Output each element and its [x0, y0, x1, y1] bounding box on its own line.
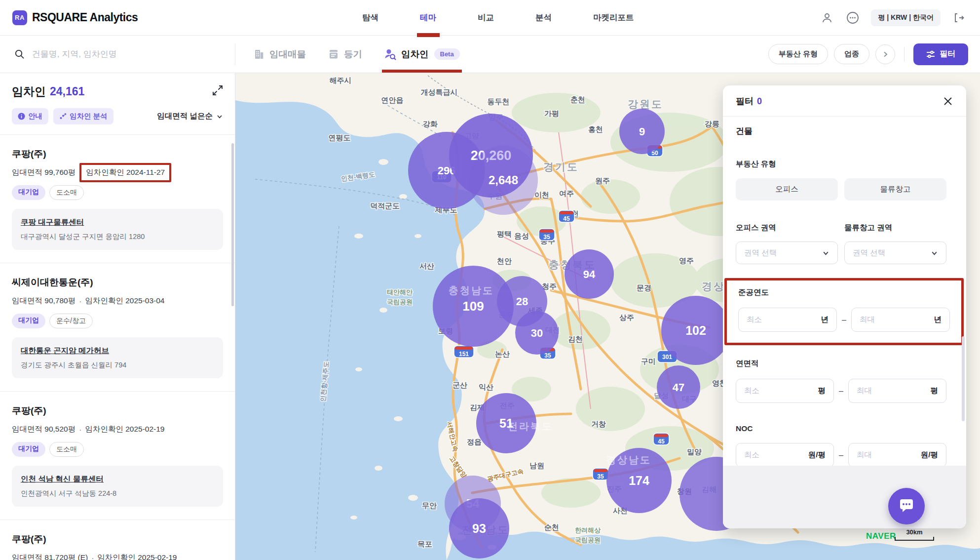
map-label-city: 음성 [514, 232, 529, 240]
map-label-park: 태안해안 [387, 288, 413, 296]
panel-footer [723, 466, 966, 528]
brand[interactable]: RA RSQUARE Analytics [0, 10, 235, 25]
noc-max-placeholder: 최대 [857, 450, 872, 460]
property-type-buttons: 오피스 물류창고 [736, 178, 946, 200]
map-label-city: 가평 [544, 109, 559, 118]
profile-icon[interactable] [820, 10, 834, 25]
building-link[interactable]: 쿠팡 대구물류센터 [21, 217, 214, 228]
gfa-max-input[interactable]: 최대 평 [848, 379, 946, 403]
tenant-confirm-date: 임차인확인 2024-11-27 [86, 168, 165, 176]
building-card[interactable]: 쿠팡 대구물류센터 대구광역시 달성군 구지면 응암리 1280 [12, 209, 223, 250]
close-icon[interactable] [942, 96, 953, 107]
expand-panel-icon[interactable] [212, 85, 223, 98]
tenant-meta: 임대면적 99,760평 임차인확인 2024-11-27 [12, 167, 223, 178]
tab-lease-listings[interactable]: 임대매물 [253, 36, 306, 73]
building-icon [253, 48, 265, 60]
map-label-city: 연안읍 [381, 96, 404, 104]
building-link[interactable]: 대한통운 곤지암 메가허브 [21, 346, 214, 356]
sidebar-scrollbar[interactable] [231, 143, 234, 306]
nav-active-underline [417, 33, 440, 37]
building-address: 인천광역시 서구 석남동 224-8 [21, 489, 214, 498]
gfa-range: 최소 평 – 최대 평 [736, 379, 946, 403]
header-actions: 평 | KRW | 한국어 [820, 9, 980, 26]
tenant-name: 씨제이대한통운(주) [12, 276, 223, 289]
map-label-city: 상주 [619, 313, 634, 321]
tenant-list-item[interactable]: 쿠팡(주) 임대면적 99,760평 임차인확인 2024-11-27 대기업 … [0, 134, 235, 263]
info-badge[interactable]: 안내 [12, 108, 48, 124]
map-cluster[interactable]: 47 [657, 365, 700, 409]
map-label-alight: 경상남도 [606, 454, 651, 465]
map-cluster[interactable]: 102 [661, 296, 730, 365]
nav-explore[interactable]: 탐색 [341, 0, 399, 35]
building-card[interactable]: 인천 석남 혁신 물류센터 인천광역시 서구 석남동 224-8 [12, 466, 223, 507]
svg-text:45: 45 [563, 215, 570, 222]
tenant-list-item[interactable]: 쿠팡(주) 임대면적 90,520평 · 임차인확인 2025-02-19 대기… [0, 391, 235, 520]
noc-unit: 원/평 [921, 450, 938, 460]
nav-market-report[interactable]: 마켓리포트 [572, 0, 655, 35]
gfa-min-input[interactable]: 최소 평 [736, 379, 834, 403]
annotation-box-completion-year: 준공연도 최소 년 – 최대 년 [724, 278, 964, 345]
chat-button[interactable] [888, 488, 925, 524]
nav-analysis[interactable]: 분석 [515, 0, 572, 35]
search-box[interactable] [0, 43, 235, 65]
app-window: RA RSQUARE Analytics 탐색 테마 비교 분석 마켓리포트 평… [0, 0, 980, 560]
road-shield-icon: 35 [593, 468, 608, 480]
year-min-input[interactable]: 최소 년 [738, 308, 837, 332]
tenant-list-item[interactable]: 씨제이대한통운(주) 임대면적 90,780평 · 임차인확인 2025-03-… [0, 263, 235, 391]
type-warehouse-button[interactable]: 물류창고 [844, 178, 946, 200]
map-cluster[interactable]: 94 [565, 249, 614, 299]
tenant-analysis-label: 임차인 분석 [70, 112, 108, 121]
gfa-unit: 평 [931, 386, 939, 396]
map-label-alight: 전라북도 [508, 421, 553, 432]
building-link[interactable]: 인천 석남 혁신 물류센터 [21, 474, 214, 484]
noc-range: 최소 원/평 – 최대 원/평 [736, 443, 946, 467]
map-cluster[interactable]: 30 [515, 311, 559, 355]
map-cluster[interactable]: 9 [619, 109, 665, 154]
tag-industry: 도소매 [49, 185, 84, 200]
warehouse-region-select[interactable]: 권역 선택 [844, 241, 946, 264]
building-address: 대구광역시 달성군 구지면 응암리 1280 [21, 232, 214, 241]
locale-selector[interactable]: 평 | KRW | 한국어 [871, 9, 941, 26]
chevron-down-icon [822, 249, 829, 257]
tenant-analysis-badge[interactable]: 임차인 분석 [53, 108, 113, 124]
nav-compare[interactable]: 비교 [457, 0, 515, 35]
panel-scrollbar[interactable] [962, 336, 965, 421]
sort-selector[interactable]: 임대면적 넓은순 [157, 111, 223, 121]
noc-min-input[interactable]: 최소 원/평 [736, 443, 834, 467]
map-cluster[interactable]: 93 [449, 498, 509, 559]
tab-registry[interactable]: 등기 [328, 36, 362, 73]
nav-theme[interactable]: 테마 [399, 0, 457, 35]
range-dash: – [839, 387, 843, 396]
office-region-select[interactable]: 권역 선택 [736, 241, 838, 264]
map-label-city: 서산 [419, 262, 434, 270]
industry-chip[interactable]: 업종 [834, 44, 869, 64]
map-cluster[interactable]: 2,648 [469, 146, 538, 215]
filter-panel-title: 필터 [736, 95, 754, 107]
building-card[interactable]: 대한통운 곤지암 메가허브 경기도 광주시 초월읍 신월리 794 [12, 337, 223, 378]
filter-panel: 필터 0 건물 부동산 유형 오피스 물류창고 오피스 권역 물류창고 권역 권… [723, 85, 966, 528]
type-office-button[interactable]: 오피스 [736, 178, 838, 200]
year-max-input[interactable]: 최대 년 [851, 308, 950, 332]
filter-count: 0 [757, 96, 762, 107]
tab-tenant[interactable]: 임차인 Beta [384, 36, 460, 73]
map-scale: 30km [895, 528, 934, 541]
tenant-sidebar: 임차인 24,161 안내 임차인 분석 임대면적 넓은순 [0, 73, 235, 560]
beta-badge: Beta [434, 48, 460, 60]
svg-text:94: 94 [583, 268, 596, 280]
filter-button[interactable]: 필터 [913, 43, 968, 65]
completion-year-label: 준공연도 [738, 287, 950, 298]
more-menu-icon[interactable] [845, 10, 860, 25]
tenant-area: 임대면적 81,720평 (E) [12, 553, 88, 560]
property-type-chip[interactable]: 부동산 유형 [768, 44, 828, 64]
tenant-area: 임대면적 90,520평 [12, 424, 75, 435]
noc-max-input[interactable]: 최대 원/평 [848, 443, 946, 467]
chips-next-button[interactable] [875, 44, 895, 64]
tenant-list-item[interactable]: 쿠팡(주) 임대면적 81,720평 (E) · 임차인확인 2025-02-1… [0, 520, 235, 560]
logout-icon[interactable] [951, 10, 966, 25]
search-input[interactable] [32, 49, 223, 59]
road-shield-icon: 45 [653, 433, 669, 445]
gfa-max-placeholder: 최대 [857, 386, 872, 396]
map-label-city: 춘천 [570, 95, 585, 104]
svg-text:9: 9 [639, 125, 645, 138]
noc-min-placeholder: 최소 [744, 450, 759, 460]
